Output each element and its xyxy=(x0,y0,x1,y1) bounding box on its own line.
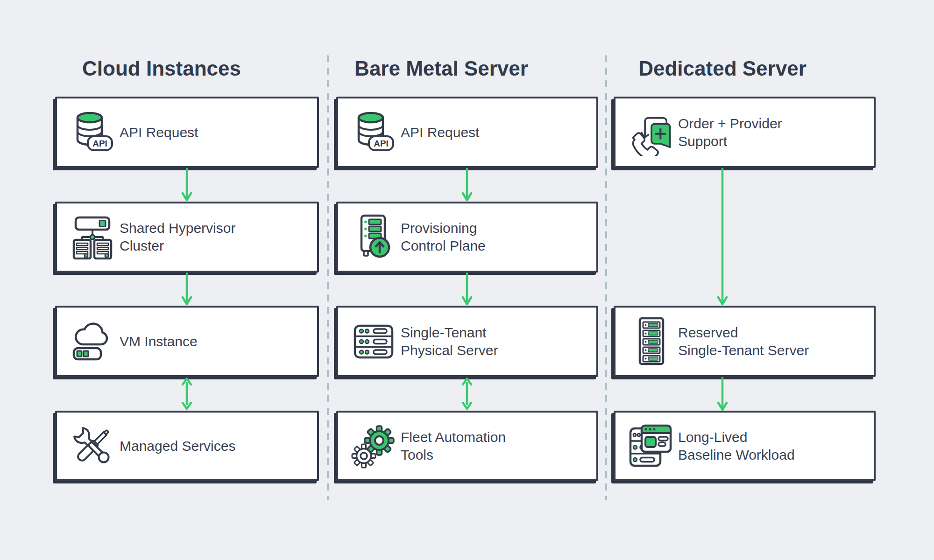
connector-down-arrow xyxy=(712,377,733,411)
database-api-icon: API xyxy=(351,110,396,155)
node-api-request: API API Request xyxy=(336,97,598,168)
hypervisor-cluster-icon xyxy=(70,215,115,259)
node-order-provider-support: Order + Provider Support xyxy=(614,97,876,168)
node-label: Single-Tenant Physical Server xyxy=(401,324,498,359)
node-fleet-automation-tools: Fleet Automation Tools xyxy=(336,411,598,481)
phone-order-icon xyxy=(629,109,673,156)
tall-rack-icon xyxy=(629,317,673,366)
provisioning-server-icon xyxy=(351,214,396,260)
node-label: VM Instance xyxy=(120,333,198,350)
node-label: Reserved Single-Tenant Server xyxy=(678,324,809,359)
connector-down-arrow xyxy=(457,168,477,202)
node-label: Shared Hypervisor Cluster xyxy=(120,219,235,255)
node-shared-hypervisor-cluster: Shared Hypervisor Cluster xyxy=(55,202,319,273)
column-title-bare-metal-server: Bare Metal Server xyxy=(301,57,581,80)
database-api-icon: API xyxy=(70,110,115,155)
node-provisioning-control-plane: Provisioning Control Plane xyxy=(336,202,598,273)
node-vm-instance: VM Instance xyxy=(55,306,319,377)
rack-server-icon xyxy=(351,319,396,364)
connector-bidirectional-arrow xyxy=(457,377,477,411)
column-title-cloud-instances: Cloud Instances xyxy=(21,57,302,80)
server-browser-icon xyxy=(629,423,673,469)
connector-down-arrow xyxy=(177,168,197,202)
connector-bidirectional-arrow xyxy=(177,377,197,411)
node-label: Managed Services xyxy=(120,437,235,455)
node-label: Long-Lived Baseline Workload xyxy=(678,428,795,464)
connector-down-arrow xyxy=(177,273,197,306)
node-managed-services: Managed Services xyxy=(55,411,319,481)
node-label: API Request xyxy=(401,124,479,141)
node-single-tenant-physical-server: Single-Tenant Physical Server xyxy=(336,306,598,377)
connector-down-long-arrow xyxy=(712,168,733,306)
node-label: Fleet Automation Tools xyxy=(401,428,506,464)
cloud-vm-icon xyxy=(70,319,115,364)
column-divider xyxy=(327,55,329,500)
node-label: Provisioning Control Plane xyxy=(401,219,486,255)
node-api-request: API API Request xyxy=(55,97,319,168)
column-divider xyxy=(605,55,607,500)
column-title-dedicated-server: Dedicated Server xyxy=(582,57,863,80)
gears-icon xyxy=(351,424,396,469)
wrench-screwdriver-icon xyxy=(70,424,115,469)
node-long-lived-baseline-workload: Long-Lived Baseline Workload xyxy=(614,411,876,481)
node-reserved-single-tenant-server: Reserved Single-Tenant Server xyxy=(614,306,876,377)
api-badge-label: API xyxy=(92,139,107,148)
api-badge-label: API xyxy=(374,139,389,148)
connector-down-arrow xyxy=(457,273,477,306)
node-label: API Request xyxy=(120,124,198,141)
diagram-canvas: Cloud Instances API API Request xyxy=(0,0,934,560)
node-label: Order + Provider Support xyxy=(678,115,782,150)
